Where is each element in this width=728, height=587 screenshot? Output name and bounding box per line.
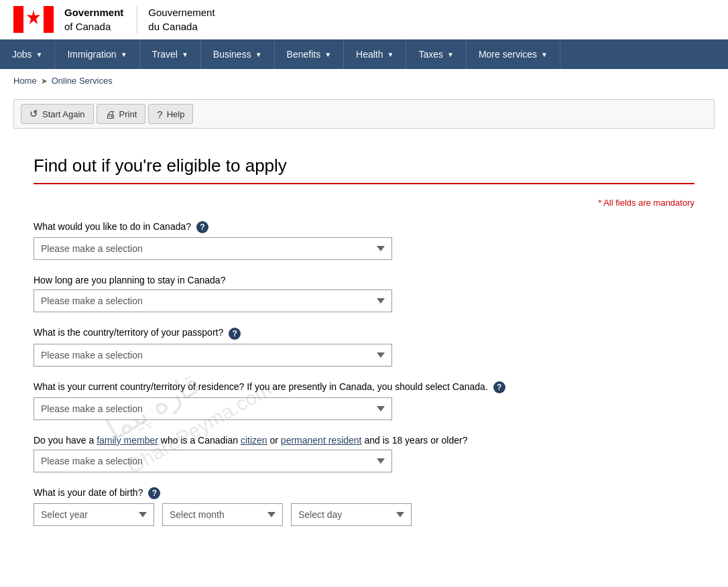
gov-name-english: Governmentof Canada: [64, 5, 123, 34]
print-button[interactable]: 🖨 Print: [97, 104, 146, 124]
start-again-icon: ↺: [29, 108, 38, 120]
svg-rect-0: [13, 6, 23, 33]
nav-jobs[interactable]: Jobs ▼: [0, 40, 55, 69]
question-2-label: How long are you planning to stay in Can…: [34, 275, 694, 285]
question-5-group: Do you have a family member who is a Can…: [34, 435, 694, 472]
question-5-select[interactable]: Please make a selection: [34, 450, 392, 472]
main-content: Find out if you're eligible to apply * A…: [13, 142, 715, 568]
question-4-group: What is your current country/territory o…: [34, 381, 694, 420]
content-wrapper: قاره پیماGharePeyma.com Find out if you'…: [0, 142, 728, 568]
dob-month-select[interactable]: Select month: [162, 503, 283, 526]
dob-day-select[interactable]: Select day: [291, 503, 412, 526]
q6-help-icon[interactable]: ?: [148, 487, 160, 499]
header: Governmentof Canada Gouvernementdu Canad…: [0, 0, 728, 40]
business-arrow-icon: ▼: [255, 51, 262, 58]
dob-year-select[interactable]: Select year: [34, 503, 154, 526]
breadcrumb-home[interactable]: Home: [13, 76, 37, 86]
nav-business[interactable]: Business ▼: [201, 40, 275, 69]
svg-rect-2: [44, 6, 54, 33]
main-navigation: Jobs ▼ Immigration ▼ Travel ▼ Business ▼…: [0, 40, 728, 69]
health-arrow-icon: ▼: [387, 51, 394, 58]
help-button[interactable]: ? Help: [148, 104, 193, 124]
immigration-arrow-icon: ▼: [121, 51, 127, 58]
nav-benefits[interactable]: Benefits ▼: [275, 40, 345, 69]
nav-travel[interactable]: Travel ▼: [140, 40, 201, 69]
print-icon: 🖨: [105, 109, 115, 120]
benefits-arrow-icon: ▼: [324, 51, 331, 58]
question-1-group: What would you like to do in Canada? ? P…: [34, 221, 694, 260]
help-icon: ?: [157, 109, 162, 120]
toolbar: ↺ Start Again 🖨 Print ? Help: [13, 99, 715, 129]
question-3-select[interactable]: Please make a selection: [34, 344, 392, 367]
mandatory-note: * All fields are mandatory: [34, 198, 694, 208]
gov-name-french: Gouvernementdu Canada: [137, 5, 215, 34]
nav-immigration[interactable]: Immigration ▼: [55, 40, 139, 69]
nav-health[interactable]: Health ▼: [344, 40, 406, 69]
jobs-arrow-icon: ▼: [36, 51, 43, 58]
question-1-label: What would you like to do in Canada? ?: [34, 221, 694, 233]
canada-flag: [13, 6, 54, 33]
start-again-button[interactable]: ↺ Start Again: [21, 104, 94, 124]
q3-help-icon[interactable]: ?: [229, 328, 241, 340]
question-3-group: What is the country/territory of your pa…: [34, 327, 694, 366]
logo-area: Governmentof Canada Gouvernementdu Canad…: [13, 5, 215, 34]
page-title: Find out if you're eligible to apply: [34, 155, 694, 184]
q1-help-icon[interactable]: ?: [196, 221, 208, 233]
taxes-arrow-icon: ▼: [447, 51, 454, 58]
question-4-label: What is your current country/territory o…: [34, 381, 694, 393]
permanent-resident-link[interactable]: permanent resident: [281, 435, 362, 446]
breadcrumb-separator: ➤: [41, 76, 48, 86]
breadcrumb-online-services[interactable]: Online Services: [52, 76, 113, 86]
travel-arrow-icon: ▼: [182, 51, 188, 58]
nav-taxes[interactable]: Taxes ▼: [406, 40, 466, 69]
question-4-select[interactable]: Please make a selection: [34, 397, 392, 420]
q4-help-icon[interactable]: ?: [493, 381, 505, 393]
question-6-label: What is your date of birth? ?: [34, 487, 694, 499]
citizen-link[interactable]: citizen: [241, 435, 267, 446]
family-member-link[interactable]: family member: [97, 435, 158, 446]
question-2-select[interactable]: Please make a selection: [34, 289, 392, 312]
question-5-label: Do you have a family member who is a Can…: [34, 435, 694, 446]
more-services-arrow-icon: ▼: [541, 51, 548, 58]
nav-more-services[interactable]: More services ▼: [467, 40, 560, 69]
question-6-group: What is your date of birth? ? Select yea…: [34, 487, 694, 526]
question-3-label: What is the country/territory of your pa…: [34, 327, 694, 339]
dob-row: Select year Select month Select day: [34, 503, 694, 526]
question-2-group: How long are you planning to stay in Can…: [34, 275, 694, 312]
question-1-select[interactable]: Please make a selection: [34, 237, 392, 260]
breadcrumb: Home ➤ Online Services: [0, 69, 728, 92]
